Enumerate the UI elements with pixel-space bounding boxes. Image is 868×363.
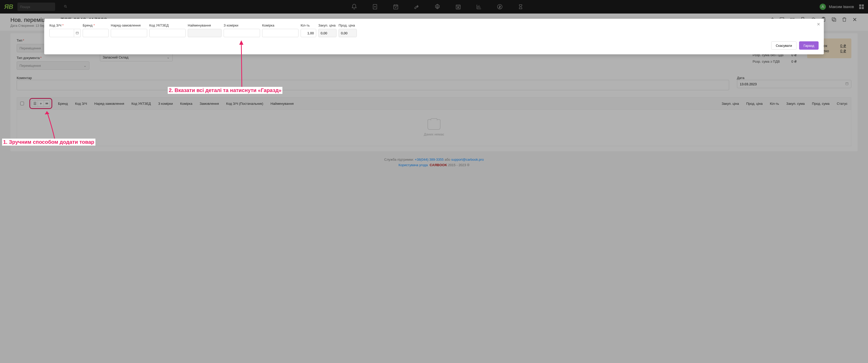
svg-marker-45 xyxy=(239,40,243,45)
modal-name-input[interactable] xyxy=(188,29,222,37)
modal-buy-price-input[interactable] xyxy=(318,29,337,37)
modal: ✕ Код З/Ч * Бренд * Наряд-замовлення Код… xyxy=(44,19,824,54)
svg-marker-44 xyxy=(45,111,50,114)
modal-from-cell-label: З комірки xyxy=(224,23,260,27)
modal-name-label: Найменування xyxy=(188,23,222,27)
modal-buy-price-label: Закуп. ціна xyxy=(318,23,337,27)
svg-rect-42 xyxy=(76,32,79,34)
modal-brand-input[interactable] xyxy=(83,29,109,37)
modal-order-input[interactable] xyxy=(111,29,147,37)
modal-close-button[interactable]: ✕ xyxy=(817,22,820,27)
modal-from-cell-input[interactable] xyxy=(224,29,260,37)
modal-order-label: Наряд-замовлення xyxy=(111,23,147,27)
arrow-2 xyxy=(237,39,247,88)
annotation-2: 2. Вказати всі деталі та натиснути «Гара… xyxy=(168,87,282,94)
modal-qty-label: Кіл-ть xyxy=(301,23,316,27)
annotation-1: 1. Зручним способом додати товар xyxy=(2,139,95,146)
cancel-button[interactable]: Скасувати xyxy=(771,41,797,50)
modal-uktzed-label: Код УКТЗЕД xyxy=(149,23,186,27)
arrow-1 xyxy=(44,109,60,140)
modal-code-label: Код З/Ч * xyxy=(50,23,81,27)
modal-sell-price-input[interactable] xyxy=(339,29,357,37)
modal-sell-price-label: Прод. ціна xyxy=(339,23,357,27)
modal-cell-input[interactable] xyxy=(262,29,299,37)
modal-cell-label: Комірка xyxy=(262,23,299,27)
modal-code-picker-button[interactable] xyxy=(74,29,81,37)
ok-button[interactable]: Гаразд xyxy=(799,41,818,50)
modal-code-input[interactable] xyxy=(50,29,74,37)
modal-uktzed-input[interactable] xyxy=(149,29,186,37)
modal-qty-input[interactable] xyxy=(301,29,316,37)
modal-brand-label: Бренд * xyxy=(83,23,109,27)
